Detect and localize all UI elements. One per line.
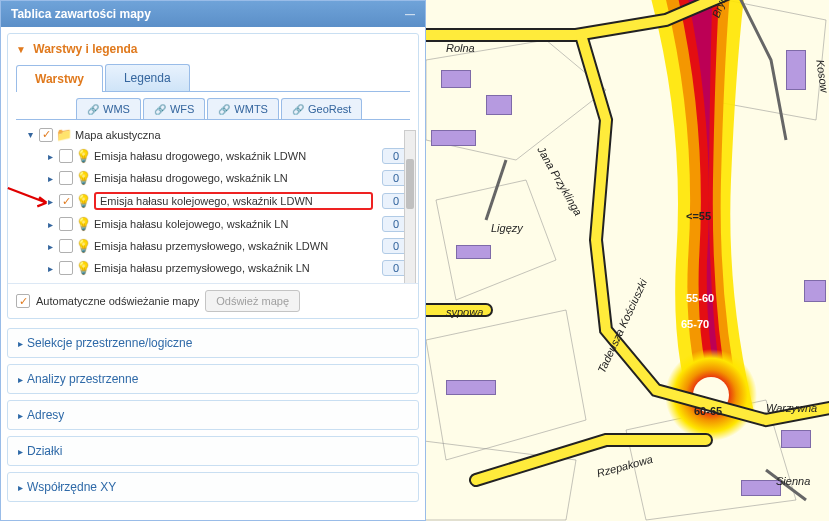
layer-checkbox[interactable] (59, 194, 73, 208)
expand-icon[interactable]: ▸ (44, 241, 56, 252)
street-label: Sienna (776, 475, 810, 487)
noise-label: 55-60 (686, 292, 714, 304)
building (486, 95, 512, 115)
auto-refresh-label: Automatyczne odświeżanie mapy (36, 295, 199, 307)
tab-legenda[interactable]: Legenda (105, 64, 190, 91)
layer-label: Emisja hałasu drogowego, wskaźnik LN (94, 172, 373, 184)
section-dzialki[interactable]: ▸Działki (7, 436, 419, 466)
section-adresy[interactable]: ▸Adresy (7, 400, 419, 430)
caret-right-icon: ▸ (18, 482, 23, 493)
building (781, 430, 811, 448)
expand-icon[interactable]: ▸ (44, 219, 56, 230)
root-checkbox[interactable] (39, 128, 53, 142)
section-analizy[interactable]: ▸Analizy przestrzenne (7, 364, 419, 394)
layers-section-header[interactable]: ▼ Warstwy i legenda (8, 34, 418, 64)
building (804, 280, 826, 302)
layer-checkbox[interactable] (59, 149, 73, 163)
tab-warstwy[interactable]: Warstwy (16, 65, 103, 92)
auto-refresh-checkbox[interactable] (16, 294, 30, 308)
bulb-icon[interactable]: 💡 (76, 149, 91, 163)
caret-right-icon: ▸ (18, 374, 23, 385)
link-icon: 🔗 (154, 104, 166, 115)
folder-icon: 📁 (56, 127, 72, 142)
annotation-arrow-icon (6, 185, 52, 219)
building (786, 50, 806, 90)
layer-checkbox[interactable] (59, 239, 73, 253)
tree-root: ▾ 📁 Mapa akustyczna (24, 124, 410, 145)
layer-checkbox[interactable] (59, 261, 73, 275)
link-icon: 🔗 (292, 104, 304, 115)
building (741, 480, 781, 496)
building (431, 130, 476, 146)
noise-label: 65-70 (681, 318, 709, 330)
caret-down-icon: ▼ (16, 44, 26, 55)
link-icon: 🔗 (218, 104, 230, 115)
street-label: Ligęzy (491, 222, 523, 234)
expand-icon[interactable]: ▸ (44, 151, 56, 162)
tab-wfs[interactable]: 🔗WFS (143, 98, 205, 119)
layers-section-title: Warstwy i legenda (33, 42, 137, 56)
street-label: Warzywna (766, 402, 817, 414)
building (441, 70, 471, 88)
expand-icon[interactable]: ▸ (44, 173, 56, 184)
layer-label: Emisja hałasu kolejowego, wskaźnik LN (94, 218, 373, 230)
layers-section: ▼ Warstwy i legenda Warstwy Legenda 🔗WMS… (7, 33, 419, 319)
toc-panel: Tablica zawartości mapy — ▼ Warstwy i le… (0, 0, 426, 521)
panel-title: Tablica zawartości mapy (11, 7, 151, 21)
building (446, 380, 496, 395)
link-icon: 🔗 (87, 104, 99, 115)
tab-wmts[interactable]: 🔗WMTS (207, 98, 279, 119)
map-canvas[interactable]: Rolna Brync Kosow Jana Przyklinga Ligęzy… (426, 0, 829, 521)
building (456, 245, 491, 259)
bulb-icon[interactable]: 💡 (76, 217, 91, 231)
refresh-button[interactable]: Odśwież mapę (205, 290, 300, 312)
layer-row: ▸ 💡 Emisja hałasu drogowego, wskaźnik LD… (44, 145, 410, 167)
street-label: Rolna (446, 42, 475, 54)
noise-label: <=55 (686, 210, 711, 222)
caret-right-icon: ▸ (18, 446, 23, 457)
bulb-icon[interactable]: 💡 (76, 261, 91, 275)
auto-refresh-row: Automatyczne odświeżanie mapy Odśwież ma… (8, 283, 418, 318)
bulb-icon[interactable]: 💡 (76, 239, 91, 253)
tab-wms[interactable]: 🔗WMS (76, 98, 141, 119)
expand-icon[interactable]: ▸ (44, 263, 56, 274)
caret-right-icon: ▸ (18, 338, 23, 349)
layer-row: ▸ 💡 Emisja hałasu drogowego, wskaźnik LN… (44, 167, 410, 189)
caret-right-icon: ▸ (18, 410, 23, 421)
layer-row: ▸ 💡 Emisja hałasu przemysłowego, wskaźni… (44, 235, 410, 257)
layer-label: Emisja hałasu przemysłowego, wskaźnik LN (94, 262, 373, 274)
layer-row: ▸ 💡 Emisja hałasu przemysłowego, wskaźni… (44, 257, 410, 279)
section-wspolrzedne[interactable]: ▸Współrzędne XY (7, 472, 419, 502)
bulb-icon[interactable]: 💡 (76, 171, 91, 185)
service-tabs: 🔗WMS 🔗WFS 🔗WMTS 🔗GeoRest (16, 98, 410, 120)
scroll-thumb[interactable] (406, 159, 414, 209)
layer-tree: ▾ 📁 Mapa akustyczna ▸ 💡 Emisja hałasu dr… (8, 120, 418, 283)
bulb-icon[interactable]: 💡 (76, 194, 91, 208)
root-label: Mapa akustyczna (75, 129, 410, 141)
layer-row-highlighted: ▸ 💡 Emisja hałasu kolejowego, wskaźnik L… (44, 189, 410, 213)
collapse-icon[interactable]: — (405, 9, 415, 20)
layer-label: Emisja hałasu drogowego, wskaźnik LDWN (94, 150, 373, 162)
expand-icon[interactable]: ▾ (24, 129, 36, 140)
layer-row: ▸ 💡 Emisja hałasu kolejowego, wskaźnik L… (44, 213, 410, 235)
section-selekcje[interactable]: ▸Selekcje przestrzenne/logiczne (7, 328, 419, 358)
panel-header: Tablica zawartości mapy — (1, 1, 425, 27)
noise-label: 60-65 (694, 405, 722, 417)
layer-checkbox[interactable] (59, 217, 73, 231)
street-label: sypowa (446, 306, 483, 318)
roads (426, 0, 829, 521)
layer-checkbox[interactable] (59, 171, 73, 185)
layer-label: Emisja hałasu przemysłowego, wskaźnik LD… (94, 240, 373, 252)
tab-georest[interactable]: 🔗GeoRest (281, 98, 362, 119)
tree-scrollbar[interactable] (404, 130, 416, 283)
layer-label: Emisja hałasu kolejowego, wskaźnik LDWN (94, 192, 373, 210)
main-tabs: Warstwy Legenda (16, 64, 410, 92)
